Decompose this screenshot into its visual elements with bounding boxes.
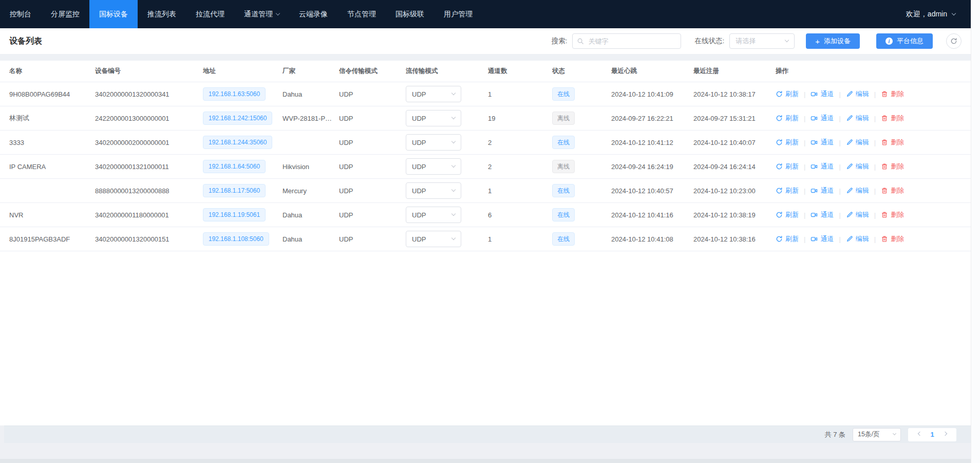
signal-transport-mode: UDP <box>339 139 406 146</box>
chevron-down-icon <box>785 38 789 42</box>
stream-mode-select[interactable]: UDP <box>406 231 461 247</box>
last-registered: 2024-09-24 16:24:14 <box>693 163 776 171</box>
section-divider <box>0 54 971 61</box>
page-size-select[interactable]: 15条/页 <box>853 428 901 441</box>
status-cell: 离线 <box>552 112 611 125</box>
page-background <box>0 443 971 459</box>
nav-item-user-management[interactable]: 用户管理 <box>434 0 482 28</box>
total-count: 共 7 条 <box>825 430 845 439</box>
nav-item-push-streams[interactable]: 推流列表 <box>138 0 186 28</box>
stream-mode-select[interactable]: UDP <box>406 207 461 223</box>
table-row: 3333 34020000002000000001 192.168.1.244:… <box>0 131 971 155</box>
last-registered: 2024-10-12 10:38:17 <box>693 90 776 98</box>
nav-item-label: 分屏监控 <box>51 10 80 19</box>
refresh-action[interactable]: 刷新 <box>776 186 799 195</box>
device-address: 192.168.1.108:5060 <box>203 232 282 246</box>
top-navigation: 控制台 分屏监控 国标设备 推流列表 拉流代理 通道管理 云端录像 节点管理 国… <box>0 0 971 28</box>
stream-mode-select[interactable]: UDP <box>406 134 461 151</box>
stream-mode-select[interactable]: UDP <box>406 158 461 175</box>
stream-mode-select[interactable]: UDP <box>406 182 461 199</box>
last-heartbeat: 2024-09-24 16:24:19 <box>611 163 693 171</box>
nav-item-console[interactable]: 控制台 <box>0 0 41 28</box>
table-body: 9H08B00PAG69B44 34020000001320000341 192… <box>0 82 971 251</box>
action-divider: | <box>804 115 805 122</box>
refresh-label: 刷新 <box>785 89 799 99</box>
table-row: 8J01915PAGB3ADF 34020000001320000151 192… <box>0 227 971 251</box>
user-menu[interactable]: 欢迎，admin <box>906 0 971 28</box>
edit-action[interactable]: 编辑 <box>846 234 869 244</box>
scrollbar-track[interactable] <box>971 0 980 463</box>
table-header-row: 名称 设备编号 地址 厂家 信令传输模式 流传输模式 通道数 状态 最近心跳 最… <box>0 61 971 82</box>
nav-item-gb-devices[interactable]: 国标设备 <box>89 0 138 28</box>
channel-action[interactable]: 通道 <box>811 210 834 219</box>
search-input[interactable] <box>572 33 681 49</box>
edit-action[interactable]: 编辑 <box>846 114 869 123</box>
device-address: 192.168.1.244:35060 <box>203 136 282 149</box>
nav-item-label: 推流列表 <box>147 10 176 19</box>
edit-action[interactable]: 编辑 <box>846 162 869 171</box>
nav-item-gb-cascade[interactable]: 国标级联 <box>386 0 434 28</box>
nav-item-split-screen[interactable]: 分屏监控 <box>41 0 89 28</box>
delete-action[interactable]: 删除 <box>881 138 904 147</box>
action-divider: | <box>839 115 840 122</box>
edit-action[interactable]: 编辑 <box>846 138 869 147</box>
refresh-icon <box>776 90 783 98</box>
refresh-label: 刷新 <box>785 162 799 171</box>
edit-action[interactable]: 编辑 <box>846 210 869 219</box>
platform-info-button[interactable]: i 平台信息 <box>876 33 933 49</box>
refresh-action[interactable]: 刷新 <box>776 210 799 219</box>
nav-item-node-management[interactable]: 节点管理 <box>337 0 386 28</box>
refresh-icon <box>776 235 783 243</box>
channel-action[interactable]: 通道 <box>811 89 834 99</box>
channel-count: 6 <box>488 211 552 219</box>
delete-action[interactable]: 删除 <box>881 210 904 219</box>
add-device-button[interactable]: + 添加设备 <box>806 33 860 49</box>
online-status-select[interactable]: 请选择 <box>729 33 795 49</box>
delete-action[interactable]: 删除 <box>881 186 904 195</box>
last-heartbeat: 2024-10-12 10:41:09 <box>611 90 693 98</box>
refresh-label: 刷新 <box>785 114 799 123</box>
video-camera-icon <box>811 163 818 170</box>
next-page-button[interactable] <box>939 428 952 441</box>
refresh-list-button[interactable] <box>946 33 962 49</box>
action-divider: | <box>839 139 840 146</box>
channel-action[interactable]: 通道 <box>811 138 834 147</box>
delete-action[interactable]: 删除 <box>881 162 904 171</box>
edit-action[interactable]: 编辑 <box>846 89 869 99</box>
channel-action[interactable]: 通道 <box>811 162 834 171</box>
refresh-action[interactable]: 刷新 <box>776 138 799 147</box>
refresh-action[interactable]: 刷新 <box>776 114 799 123</box>
col-header-registered: 最近注册 <box>693 67 776 76</box>
channel-action[interactable]: 通道 <box>811 234 834 244</box>
refresh-action[interactable]: 刷新 <box>776 234 799 244</box>
signal-transport-mode: UDP <box>339 90 406 98</box>
nav-item-channel-management[interactable]: 通道管理 <box>234 0 289 28</box>
delete-action[interactable]: 删除 <box>881 234 904 244</box>
stream-mode-value: UDP <box>412 163 426 171</box>
nav-item-cloud-recording[interactable]: 云端录像 <box>289 0 337 28</box>
channel-action[interactable]: 通道 <box>811 186 834 195</box>
stream-mode-select[interactable]: UDP <box>406 86 461 102</box>
col-header-channels: 通道数 <box>488 67 552 76</box>
edit-action[interactable]: 编辑 <box>846 186 869 195</box>
status-badge: 在线 <box>552 136 575 149</box>
previous-page-button[interactable] <box>912 428 926 441</box>
refresh-action[interactable]: 刷新 <box>776 162 799 171</box>
table-row: NVR 34020000001180000001 192.168.1.19:50… <box>0 203 971 227</box>
stream-mode-select[interactable]: UDP <box>406 110 461 126</box>
row-actions: 刷新 | 通道 | 编辑 | 删除 <box>776 210 971 219</box>
current-page-number[interactable]: 1 <box>926 431 939 438</box>
channel-action[interactable]: 通道 <box>811 114 834 123</box>
delete-action[interactable]: 删除 <box>881 114 904 123</box>
nav-item-pull-proxy[interactable]: 拉流代理 <box>186 0 234 28</box>
status-cell: 离线 <box>552 160 611 173</box>
action-divider: | <box>804 139 805 146</box>
refresh-action[interactable]: 刷新 <box>776 89 799 99</box>
row-actions: 刷新 | 通道 | 编辑 | 删除 <box>776 138 971 147</box>
pager: 1 <box>908 428 956 441</box>
chevron-down-icon <box>451 188 456 192</box>
last-heartbeat: 2024-10-12 10:41:08 <box>611 235 693 243</box>
address-tag: 192.168.1.19:5061 <box>203 208 266 221</box>
delete-action[interactable]: 删除 <box>881 89 904 99</box>
refresh-label: 刷新 <box>785 234 799 244</box>
